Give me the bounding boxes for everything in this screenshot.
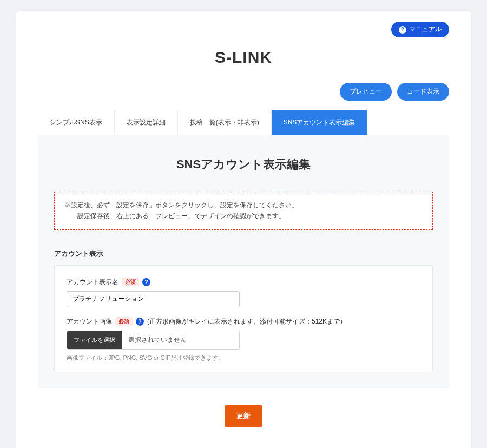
manual-button[interactable]: ? マニュアル (391, 22, 449, 37)
file-status: 選択されていません (122, 331, 239, 349)
image-size-hint: (正方形画像がキレイに表示されます。添付可能サイズ：512Kまで） (147, 317, 346, 326)
notice-line: 設定保存後、右上にある「プレビュー」でデザインの確認ができます。 (64, 210, 423, 221)
tab-sns-account-edit[interactable]: SNSアカウント表示編集 (272, 110, 367, 135)
tab-label: SNSアカウント表示編集 (284, 118, 356, 126)
help-icon: ? (399, 26, 406, 34)
account-name-field: アカウント表示名 必須 ? (67, 278, 420, 307)
account-form: アカウント表示名 必須 ? アカウント画像 必須 ? (正方形画像がキレイに表示… (54, 265, 433, 372)
tab-post-list[interactable]: 投稿一覧(表示・非表示) (178, 110, 272, 135)
help-icon[interactable]: ? (142, 278, 150, 286)
panel: SNSアカウント表示編集 ※設定後、必ず「設定を保存」ボタンをクリックし、設定を… (38, 135, 449, 388)
account-image-label: アカウント画像 (67, 317, 112, 326)
tab-label: 投稿一覧(表示・非表示) (190, 118, 259, 126)
submit-row: 更新 (38, 405, 449, 427)
preview-button-label: プレビュー (350, 87, 382, 96)
top-row: ? マニュアル (38, 22, 449, 37)
update-button-label: 更新 (236, 412, 251, 420)
update-button[interactable]: 更新 (225, 405, 262, 427)
file-formats-hint: 画像ファイル：JPG, PNG, SVG or GIFだけ登録できます。 (67, 354, 420, 362)
action-row: プレビュー コード表示 (38, 83, 449, 101)
field-label-row: アカウント画像 必須 ? (正方形画像がキレイに表示されます。添付可能サイズ：5… (67, 317, 420, 326)
required-badge: 必須 (115, 317, 133, 326)
preview-button[interactable]: プレビュー (340, 83, 392, 101)
tab-label: 表示設定詳細 (127, 118, 166, 126)
notice-line: ※設定後、必ず「設定を保存」ボタンをクリックし、設定を保存してください。 (64, 200, 423, 210)
required-badge: 必須 (122, 278, 139, 286)
notice-box: ※設定後、必ず「設定を保存」ボタンをクリックし、設定を保存してください。 設定保… (54, 192, 433, 230)
section-label: アカウント表示 (54, 249, 433, 259)
tab-simple-sns[interactable]: シンプルSNS表示 (38, 110, 115, 135)
account-image-field: アカウント画像 必須 ? (正方形画像がキレイに表示されます。添付可能サイズ：5… (67, 317, 420, 362)
code-view-button[interactable]: コード表示 (397, 83, 449, 101)
panel-title: SNSアカウント表示編集 (54, 156, 433, 173)
main-card: ? マニュアル S-LINK プレビュー コード表示 シンプルSNS表示 表示設… (16, 11, 471, 448)
file-select-button-label: ファイルを選択 (74, 337, 115, 343)
account-name-label: アカウント表示名 (67, 278, 119, 287)
account-name-input[interactable] (67, 291, 240, 307)
field-label-row: アカウント表示名 必須 ? (67, 278, 420, 287)
app-logo: S-LINK (38, 48, 449, 67)
code-view-button-label: コード表示 (407, 87, 439, 96)
file-picker: ファイルを選択 選択されていません (67, 331, 240, 350)
tab-display-settings[interactable]: 表示設定詳細 (115, 110, 178, 135)
tab-bar: シンプルSNS表示 表示設定詳細 投稿一覧(表示・非表示) SNSアカウント表示… (38, 110, 449, 135)
manual-button-label: マニュアル (409, 25, 442, 34)
tab-label: シンプルSNS表示 (50, 118, 102, 126)
help-icon[interactable]: ? (136, 318, 144, 326)
file-select-button[interactable]: ファイルを選択 (67, 331, 122, 349)
